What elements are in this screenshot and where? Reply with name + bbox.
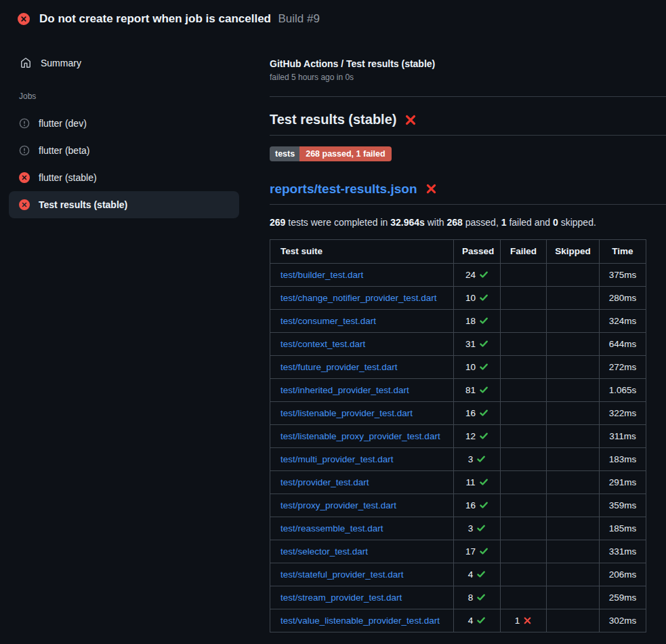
cell-skipped (547, 563, 600, 586)
test-suite-link[interactable]: test/context_test.dart (280, 339, 365, 349)
report-heading[interactable]: reports/test-results.json (270, 182, 666, 205)
sidebar-item-summary[interactable]: Summary (0, 54, 248, 72)
sidebar-item-flutter-stable[interactable]: flutter (stable) (0, 164, 248, 191)
cell-test-suite: test/value_listenable_provider_test.dart (270, 609, 454, 632)
table-row: test/proxy_provider_test.dart16359ms (270, 494, 646, 517)
test-results-table: Test suite Passed Failed Skipped Time te… (270, 239, 646, 632)
cell-skipped (547, 263, 600, 286)
check-icon (476, 569, 486, 579)
table-row: test/listenable_provider_test.dart16322m… (270, 401, 646, 424)
summary-skipped: 0 (553, 217, 558, 228)
test-suite-link[interactable]: test/consumer_test.dart (280, 316, 376, 326)
cell-skipped (547, 286, 600, 309)
cell-test-suite: test/proxy_provider_test.dart (270, 494, 454, 517)
report-title-link[interactable]: reports/test-results.json (270, 182, 417, 197)
header-divider (270, 96, 666, 97)
cell-passed: 8 (454, 586, 501, 609)
test-suite-link[interactable]: test/stream_provider_test.dart (280, 592, 402, 603)
table-row: test/change_notifier_provider_test.dart1… (270, 286, 646, 309)
summary-failed: 1 (501, 217, 507, 228)
test-suite-link[interactable]: test/inherited_provider_test.dart (280, 385, 409, 395)
cell-skipped (547, 401, 600, 424)
col-failed: Failed (501, 239, 547, 263)
neutral-circle-icon (19, 145, 30, 156)
cell-time: 359ms (600, 494, 646, 517)
job-label: flutter (stable) (39, 172, 97, 183)
cell-failed (501, 332, 547, 355)
table-row: test/builder_test.dart24375ms (270, 263, 646, 286)
cell-skipped (547, 494, 600, 517)
table-row: test/stateful_provider_test.dart4206ms (270, 563, 646, 586)
cell-passed: 3 (454, 447, 501, 470)
cell-failed (501, 378, 547, 401)
cell-passed: 31 (454, 332, 501, 355)
table-row: test/context_test.dart31644ms (270, 332, 646, 355)
check-icon (479, 316, 488, 325)
test-suite-link[interactable]: test/reassemble_test.dart (280, 523, 383, 534)
check-icon (479, 339, 488, 348)
run-meta: failed 5 hours ago in 0s (270, 73, 666, 82)
table-body: test/builder_test.dart24375mstest/change… (270, 263, 646, 632)
cell-failed (501, 263, 547, 286)
summary-text: tests were completed in (285, 217, 390, 228)
test-suite-link[interactable]: test/change_notifier_provider_test.dart (280, 293, 436, 303)
test-suite-link[interactable]: test/listenable_proxy_provider_test.dart (280, 431, 440, 441)
cell-passed: 10 (454, 286, 501, 309)
cell-failed (501, 517, 547, 540)
check-icon (479, 293, 488, 302)
badge-label: tests (270, 146, 299, 161)
cell-test-suite: test/reassemble_test.dart (270, 517, 454, 540)
test-suite-link[interactable]: test/future_provider_test.dart (280, 362, 398, 372)
cell-passed: 18 (454, 309, 501, 332)
sidebar-summary-label: Summary (41, 58, 81, 68)
sidebar-item-test-results-stable[interactable]: Test results (stable) (9, 191, 239, 218)
summary-text: with (425, 217, 447, 228)
cell-passed: 10 (454, 355, 501, 378)
cell-time: 302ms (600, 609, 646, 632)
cell-time: 375ms (600, 263, 646, 286)
check-icon (476, 454, 486, 464)
cell-skipped (547, 609, 600, 632)
cell-test-suite: test/multi_provider_test.dart (270, 447, 454, 470)
test-suite-link[interactable]: test/builder_test.dart (280, 270, 363, 280)
cell-time: 311ms (600, 424, 646, 447)
summary-text: skipped. (558, 217, 596, 228)
test-suite-link[interactable]: test/selector_test.dart (280, 546, 368, 557)
cell-time: 324ms (600, 309, 646, 332)
test-suite-link[interactable]: test/stateful_provider_test.dart (280, 569, 404, 580)
summary-total: 269 (270, 217, 285, 228)
cell-failed (501, 563, 547, 586)
cell-passed: 11 (454, 470, 501, 494)
cell-time: 272ms (600, 355, 646, 378)
table-row: test/consumer_test.dart18324ms (270, 309, 646, 332)
cell-skipped (547, 517, 600, 540)
col-time: Time (600, 239, 646, 263)
cell-passed: 4 (454, 563, 501, 586)
cell-test-suite: test/stateful_provider_test.dart (270, 563, 454, 586)
cross-icon (523, 616, 532, 625)
neutral-circle-icon (19, 118, 30, 129)
cell-passed: 3 (454, 517, 501, 540)
cell-failed (501, 309, 547, 332)
cell-time: 185ms (600, 517, 646, 540)
cell-passed: 81 (454, 378, 501, 401)
cell-test-suite: test/listenable_provider_test.dart (270, 401, 454, 424)
check-icon (479, 431, 488, 441)
cell-skipped (547, 470, 600, 494)
sidebar-item-flutter-beta[interactable]: flutter (beta) (0, 137, 248, 164)
test-suite-link[interactable]: test/value_listenable_provider_test.dart (280, 616, 440, 626)
test-suite-link[interactable]: test/multi_provider_test.dart (280, 454, 394, 464)
page-header: Do not create report when job is cancell… (0, 0, 666, 26)
check-icon (479, 408, 488, 418)
test-suite-link[interactable]: test/provider_test.dart (280, 477, 369, 487)
check-icon (479, 270, 488, 279)
test-suite-link[interactable]: test/listenable_provider_test.dart (280, 408, 413, 418)
breadcrumb: GitHub Actions / Test results (stable) (270, 58, 666, 69)
cell-failed: 1 (501, 609, 547, 632)
sidebar-item-flutter-dev[interactable]: flutter (dev) (0, 110, 248, 137)
cell-time: 259ms (600, 586, 646, 609)
cell-test-suite: test/provider_test.dart (270, 470, 454, 494)
build-number: Build #9 (278, 12, 319, 25)
col-skipped: Skipped (547, 239, 600, 263)
test-suite-link[interactable]: test/proxy_provider_test.dart (280, 500, 396, 510)
